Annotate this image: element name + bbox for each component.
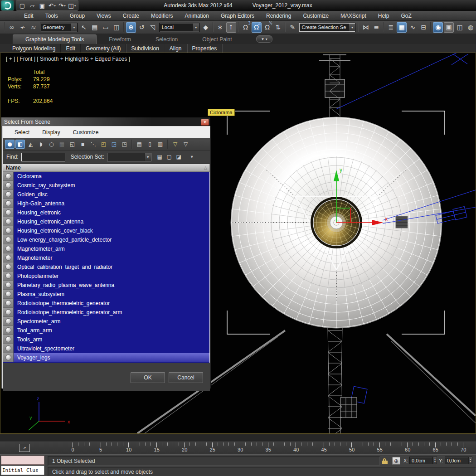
chevron-down-icon[interactable]: ▼: [193, 24, 199, 31]
mirror-icon[interactable]: ⋈: [360, 22, 370, 33]
select-and-link-icon[interactable]: ∞: [7, 22, 17, 33]
redo-icon[interactable]: ↷▾: [57, 1, 67, 10]
menu-customize[interactable]: Customize: [297, 11, 335, 21]
menu-graph-editors[interactable]: Graph Editors: [215, 11, 260, 21]
list-item-housing-eletronic[interactable]: Housing_eletronic: [3, 208, 209, 217]
chevron-down-icon[interactable]: ▼: [145, 153, 151, 161]
list-item-housing-eletronic-antenna[interactable]: Housing_eletronic_antenna: [3, 217, 209, 226]
ribbon-panel-polygon-modeling[interactable]: Polygon Modeling: [7, 44, 61, 53]
list-item-plasma-subsystem[interactable]: Plasma_subsystem: [3, 290, 209, 299]
ribbon-panel-align[interactable]: Align: [165, 44, 187, 53]
display-containers-icon[interactable]: ◰: [99, 140, 108, 149]
selection-filter-dropdown[interactable]: Geometry▼: [40, 23, 78, 32]
ribbon-tab-selection[interactable]: Selection: [143, 35, 190, 44]
list-item-high-gain-antenna[interactable]: High-Gain_antenna: [3, 199, 209, 208]
list-item-rodioisotope-thermoeletric-generator[interactable]: Rodioisotope_thermoeletric_generator: [3, 299, 209, 308]
list-item-tool-arm-arm[interactable]: Tool_arm_arm: [3, 326, 209, 335]
display-helpers-icon[interactable]: ○: [47, 140, 56, 149]
dialog-title-bar[interactable]: Select From Scene x: [1, 117, 210, 126]
graphite-ribbon-toggle-icon[interactable]: ▦: [397, 22, 407, 33]
ribbon-panel-edit[interactable]: Edit: [61, 44, 81, 53]
angle-snap-icon[interactable]: Ω∠: [252, 22, 262, 33]
display-bones-icon[interactable]: ⋱: [88, 140, 98, 149]
undo-icon[interactable]: ↶▾: [47, 1, 57, 10]
filter-combinations-icon[interactable]: ▽: [181, 140, 190, 149]
view-columns-icon[interactable]: ▯: [145, 140, 155, 149]
timeline-track-bar[interactable]: ↗ 0510152025303540455055606570: [0, 442, 476, 454]
max-application-menu-icon[interactable]: [1, 0, 14, 11]
selection-lock-icon[interactable]: [382, 458, 388, 464]
chevron-down-icon[interactable]: ▼: [349, 24, 355, 31]
menu-views[interactable]: Views: [91, 11, 117, 21]
list-item-magnetometer-arm[interactable]: Magnetometer_arm: [3, 244, 209, 253]
list-item-ultraviolet-spectometer[interactable]: Ultraviolet_spectometer: [3, 344, 209, 353]
list-item-voyager-legs[interactable]: Voyager_legs: [3, 353, 209, 362]
menu-modifiers[interactable]: Modifiers: [145, 11, 179, 21]
save-file-icon[interactable]: ▣: [37, 1, 47, 10]
view-list-icon[interactable]: ▤: [135, 140, 144, 149]
chevron-down-icon[interactable]: ▼: [190, 155, 194, 159]
list-item-optical-calibration-target-and-radiator[interactable]: Optical_calibration_target_and_radiator: [3, 262, 209, 272]
menu-maxscript[interactable]: MAXScript: [335, 11, 372, 21]
display-space-warps-icon[interactable]: ▦: [57, 140, 67, 149]
list-item-golden-disc[interactable]: Golden_disc: [3, 190, 209, 199]
new-scene-icon[interactable]: ▢: [17, 1, 27, 10]
reference-coordinate-dropdown[interactable]: Local▼: [159, 23, 199, 32]
align-icon[interactable]: ≡: [371, 22, 381, 33]
y-coordinate-field[interactable]: 0,0cm: [445, 457, 468, 464]
select-and-move-icon[interactable]: ⊕: [126, 22, 136, 33]
open-mini-curve-editor-button[interactable]: ↗: [19, 444, 30, 452]
use-pivot-point-icon[interactable]: ◆: [201, 22, 211, 33]
open-file-icon[interactable]: ▱: [27, 1, 37, 10]
ok-button[interactable]: OK: [131, 372, 165, 383]
select-and-manipulate-icon[interactable]: ∗: [215, 22, 225, 33]
percent-snap-icon[interactable]: Ω%: [262, 22, 272, 33]
viewport-label[interactable]: [ + ] [ Front ] [ Smooth + Highlights + …: [6, 56, 130, 62]
rectangular-selection-region-icon[interactable]: ▭: [101, 22, 111, 33]
curve-editor-icon[interactable]: ∿: [408, 22, 418, 33]
list-item-rodioisotope-thermoeletric-generator-arm[interactable]: Rodioisotope_thermoeletric_generator_arm: [3, 308, 209, 317]
select-and-scale-icon[interactable]: ◹: [148, 22, 158, 33]
ribbon-panel-properties[interactable]: Properties: [187, 44, 223, 53]
absolute-mode-toggle-icon[interactable]: ⊕: [392, 457, 400, 465]
list-item-planetary-radio-plasma-wave-antenna[interactable]: Planetary_radio_plasma_wave_antenna: [3, 281, 209, 290]
ribbon-minimize-dropdown[interactable]: ▼ ▾: [256, 35, 272, 43]
bind-to-space-warp-icon[interactable]: ≈: [29, 22, 39, 33]
unlink-selection-icon[interactable]: ≁: [18, 22, 28, 33]
maxscript-mini-listener[interactable]: Initial Clus: [1, 466, 44, 475]
select-and-rotate-icon[interactable]: ↺: [137, 22, 147, 33]
view-detail-icon[interactable]: ▥: [155, 140, 165, 149]
display-lights-icon[interactable]: ◭: [26, 140, 35, 149]
named-selection-dropdown[interactable]: Create Selection Se▼: [299, 23, 355, 32]
menu-rendering[interactable]: Rendering: [260, 11, 297, 21]
maxscript-mini-listener-macro[interactable]: [1, 456, 44, 465]
menu-help[interactable]: Help: [372, 11, 395, 21]
list-item-magnotemeter[interactable]: Magnotemeter: [3, 253, 209, 262]
list-item-tools-arm[interactable]: Tools_arm: [3, 335, 209, 344]
cancel-button[interactable]: Cancel: [169, 372, 203, 383]
edit-named-selection-sets-icon[interactable]: ✎: [287, 22, 297, 33]
display-container-closed-icon[interactable]: ◲: [109, 140, 119, 149]
schematic-view-icon[interactable]: ⊟: [418, 22, 428, 33]
ribbon-panel-geometry-all[interactable]: Geometry (All): [81, 44, 126, 53]
display-container-inherit-icon[interactable]: ◳: [120, 140, 129, 149]
filter-icon[interactable]: ▽: [170, 140, 180, 149]
layer-manager-icon[interactable]: ≣: [386, 22, 396, 33]
display-shapes-icon[interactable]: ◧: [15, 140, 25, 149]
chevron-down-icon[interactable]: ▾: [64, 4, 66, 8]
name-column-header[interactable]: Name △: [3, 164, 210, 172]
spinner-snap-icon[interactable]: ⇅: [273, 22, 283, 33]
x-spinner[interactable]: ▲▼: [433, 457, 437, 464]
chevron-down-icon[interactable]: ▾: [54, 4, 56, 8]
list-item-spectometer-arm[interactable]: Spectometer_arm: [3, 317, 209, 326]
keyboard-shortcut-override-icon[interactable]: ↑: [226, 22, 236, 33]
chevron-down-icon[interactable]: ▾: [74, 4, 76, 8]
select-invert-icon[interactable]: ◪: [175, 153, 183, 161]
dialog-menu-select[interactable]: Select: [8, 129, 36, 136]
ribbon-tab-freeform[interactable]: Freeform: [97, 35, 143, 44]
display-cameras-icon[interactable]: ◗: [36, 140, 46, 149]
display-groups-icon[interactable]: ◱: [68, 140, 77, 149]
display-geometry-icon[interactable]: ●: [5, 140, 15, 149]
menu-group[interactable]: Group: [64, 11, 91, 21]
x-coordinate-field[interactable]: 0,0cm: [409, 457, 433, 464]
